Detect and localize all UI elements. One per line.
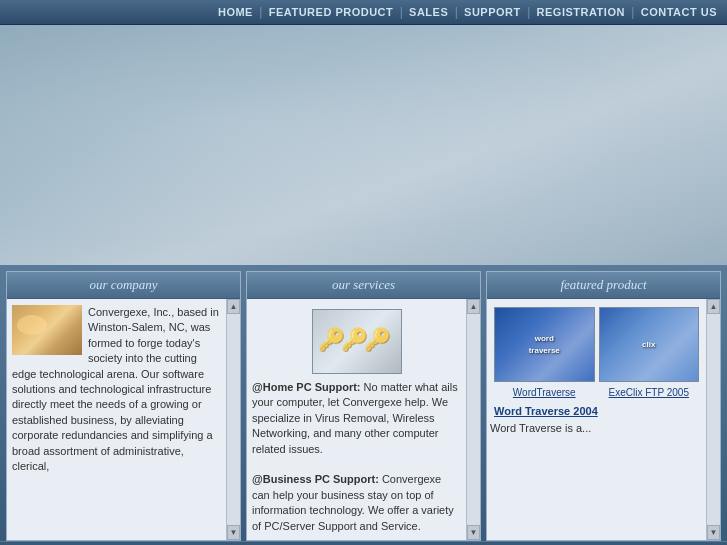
navigation-bar: HOME | FEATURED PRODUCT | SALES | SUPPOR… [0, 0, 727, 25]
services-scroll-up[interactable]: ▲ [467, 299, 480, 314]
nav-sep-1: | [259, 5, 262, 19]
company-scroll-down[interactable]: ▼ [227, 525, 240, 540]
services-scrollbar: ▲ ▼ [466, 299, 480, 540]
columns-wrapper: our company Convergexe, Inc., based in W… [0, 265, 727, 541]
product-box-1-label: wordtraverse [529, 333, 560, 355]
nav-registration-link[interactable]: REGISTRATION [537, 6, 625, 18]
featured-scrollable[interactable]: wordtraverse clix WordTraverse ExeClix F… [487, 299, 706, 540]
business-support-title: @Business PC Support: [252, 473, 379, 485]
services-scrollable[interactable]: @Home PC Support: No matter what ails yo… [247, 299, 466, 540]
featured-scroll-up[interactable]: ▲ [707, 299, 720, 314]
services-content: @Home PC Support: No matter what ails yo… [247, 299, 480, 540]
nav-sep-4: | [527, 5, 530, 19]
featured-column: featured product wordtraverse clix WordT… [486, 271, 721, 541]
product3-desc: Word Traverse is a... [490, 422, 591, 434]
product-box-1[interactable]: wordtraverse [494, 307, 595, 382]
nav-featured-link[interactable]: FEATURED PRODUCT [269, 6, 394, 18]
featured-scrollbar: ▲ ▼ [706, 299, 720, 540]
product1-link[interactable]: WordTraverse [494, 386, 595, 400]
footer: © Copyright 2003-2010, Convergexe, Inc. … [0, 541, 727, 545]
company-content: Convergexe, Inc., based in Winston-Salem… [7, 299, 240, 540]
company-image [12, 305, 82, 355]
home-support-title: @Home PC Support: [252, 381, 361, 393]
product-images-row: wordtraverse clix [490, 303, 703, 384]
nav-sep-2: | [400, 5, 403, 19]
featured-header: featured product [487, 272, 720, 299]
nav-sep-3: | [455, 5, 458, 19]
columns-container: our company Convergexe, Inc., based in W… [6, 271, 721, 541]
services-column: our services @Home PC Support: No matter… [246, 271, 481, 541]
product-box-2-label: clix [642, 339, 655, 350]
services-scroll-down[interactable]: ▼ [467, 525, 480, 540]
product-box-2[interactable]: clix [599, 307, 700, 382]
featured-scroll-track[interactable] [707, 314, 720, 525]
nav-sales-link[interactable]: SALES [409, 6, 448, 18]
nav-sep-5: | [631, 5, 634, 19]
featured-scroll-down[interactable]: ▼ [707, 525, 720, 540]
company-header: our company [7, 272, 240, 299]
company-scrollable[interactable]: Convergexe, Inc., based in Winston-Salem… [7, 299, 226, 540]
services-home-support: @Home PC Support: No matter what ails yo… [252, 380, 461, 457]
featured-content: wordtraverse clix WordTraverse ExeClix F… [487, 299, 720, 540]
nav-home-link[interactable]: HOME [218, 6, 253, 18]
company-scrollbar: ▲ ▼ [226, 299, 240, 540]
company-scroll-up[interactable]: ▲ [227, 299, 240, 314]
services-image [312, 309, 402, 374]
product-links-row: WordTraverse ExeClix FTP 2005 [490, 384, 703, 402]
services-scroll-track[interactable] [467, 314, 480, 525]
product2-link[interactable]: ExeClix FTP 2005 [599, 386, 700, 400]
nav-contact-link[interactable]: CONTACT US [641, 6, 717, 18]
services-business-support: @Business PC Support: Convergexe can hel… [252, 472, 461, 534]
services-header: our services [247, 272, 480, 299]
hero-banner [0, 25, 727, 265]
product3-title-link[interactable]: Word Traverse 2004 [490, 402, 703, 421]
company-scroll-track[interactable] [227, 314, 240, 525]
nav-support-link[interactable]: SUPPORT [464, 6, 521, 18]
company-column: our company Convergexe, Inc., based in W… [6, 271, 241, 541]
